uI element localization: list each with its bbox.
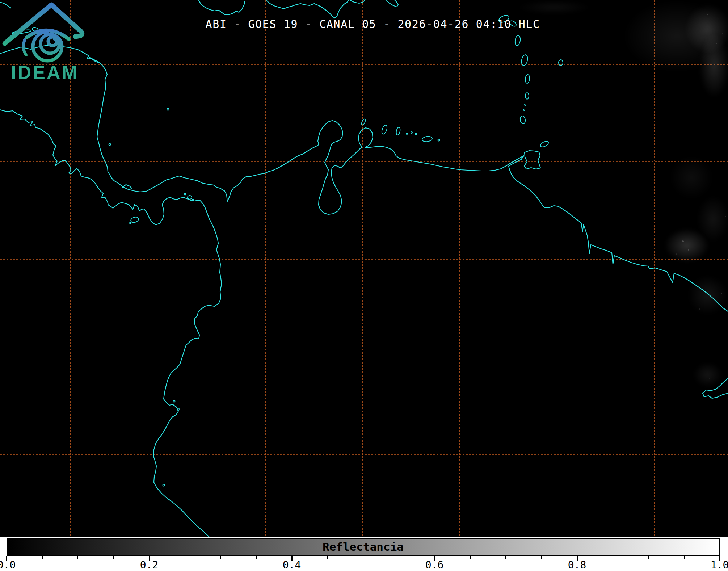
colorbar-tick-label: 0.6	[413, 559, 456, 571]
colorbar-tick-label: 0.2	[127, 559, 171, 571]
satellite-figure: ABI - GOES 19 - CANAL 05 - 2026-04-26 04…	[0, 0, 728, 571]
grid-layer	[0, 0, 728, 537]
cloud-speck	[682, 240, 684, 242]
colorbar-minor-tick	[541, 556, 542, 559]
cloud-patch	[693, 362, 722, 387]
colorbar-minor-tick	[613, 556, 613, 559]
colorbar-tick-label: 0.8	[555, 559, 599, 571]
logo-text: IDEAM	[11, 62, 79, 83]
colorbar-minor-tick	[77, 556, 78, 559]
colorbar-tick-label: 1.0	[698, 559, 728, 571]
colorbar-minor-tick	[684, 556, 685, 559]
colorbar-gradient: Reflectancia	[7, 538, 720, 556]
colorbar-minor-tick	[648, 556, 649, 559]
colorbar-minor-tick	[185, 556, 185, 559]
satellite-map: ABI - GOES 19 - CANAL 05 - 2026-04-26 04…	[0, 0, 728, 537]
colorbar-minor-tick	[256, 556, 257, 559]
cloud-speck	[709, 378, 710, 379]
cloud-speck	[721, 293, 722, 294]
cloud-speck	[722, 33, 723, 34]
cloud-speck	[716, 43, 717, 44]
cloud-patch	[518, 0, 590, 14]
cloud-speck	[699, 308, 700, 310]
cloud-patch	[664, 228, 710, 263]
map-svg	[0, 0, 728, 537]
cloud-speck	[688, 249, 689, 251]
cloud-speck	[676, 253, 677, 255]
colorbar-label: Reflectancia	[8, 539, 719, 555]
cloud-patch	[670, 156, 713, 199]
colorbar-minor-tick	[470, 556, 471, 559]
cloud-patch	[699, 33, 728, 98]
cloud-speck	[707, 14, 708, 15]
colorbar-tick-label: 0.0	[0, 559, 28, 571]
map-title: ABI - GOES 19 - CANAL 05 - 2026-04-26 04…	[206, 18, 540, 30]
coastline-layer	[0, 0, 728, 537]
cloud-speck	[725, 216, 726, 217]
colorbar-area: Reflectancia 0.00.20.40.60.81.0	[0, 537, 728, 571]
colorbar-minor-tick	[399, 556, 399, 559]
colorbar-minor-tick	[220, 556, 221, 559]
colorbar-minor-tick	[327, 556, 328, 559]
cloud-patch	[688, 275, 728, 315]
colorbar-minor-tick	[363, 556, 363, 559]
ideam-logo: IDEAM	[0, 0, 90, 85]
logo-hurricane-eye-icon	[24, 30, 69, 61]
colorbar-minor-tick	[113, 556, 114, 559]
colorbar-minor-tick	[42, 556, 43, 559]
colorbar-tick-label: 0.4	[270, 559, 313, 571]
colorbar-minor-tick	[505, 556, 506, 559]
